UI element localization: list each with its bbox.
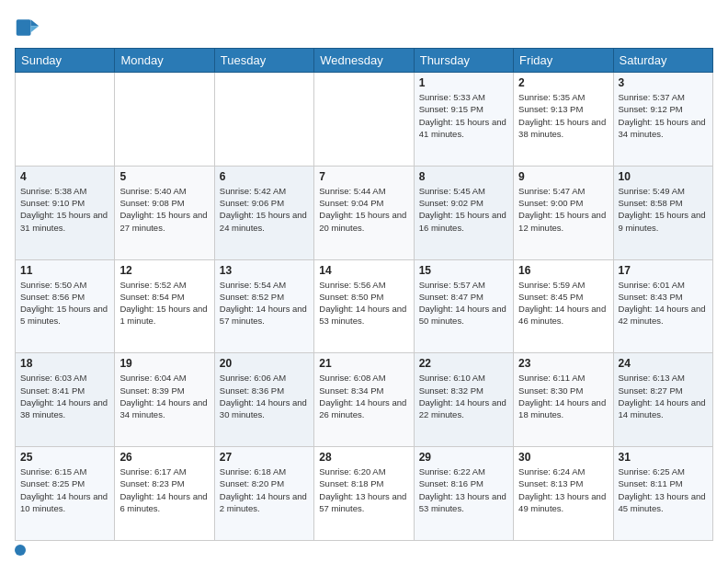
day-number: 1 — [419, 76, 508, 89]
svg-marker-2 — [31, 26, 40, 32]
weekday-header-friday: Friday — [514, 49, 613, 73]
day-number: 25 — [20, 451, 109, 464]
weekday-header-tuesday: Tuesday — [214, 49, 313, 73]
weekday-header-sunday: Sunday — [16, 49, 115, 73]
day-cell: 20Sunrise: 6:06 AM Sunset: 8:36 PM Dayli… — [214, 353, 313, 447]
day-cell: 15Sunrise: 5:57 AM Sunset: 8:47 PM Dayli… — [414, 259, 513, 353]
day-info: Sunrise: 5:52 AM Sunset: 8:54 PM Dayligh… — [119, 279, 209, 327]
footer — [15, 545, 713, 556]
day-info: Sunrise: 6:18 AM Sunset: 8:20 PM Dayligh… — [220, 465, 309, 514]
day-info: Sunrise: 5:59 AM Sunset: 8:45 PM Dayligh… — [518, 279, 608, 327]
day-cell: 30Sunrise: 6:24 AM Sunset: 8:13 PM Dayli… — [514, 447, 613, 541]
week-row-1: 4Sunrise: 5:38 AM Sunset: 9:10 PM Daylig… — [16, 166, 713, 259]
day-number: 28 — [319, 451, 408, 464]
day-info: Sunrise: 6:06 AM Sunset: 8:36 PM Dayligh… — [220, 372, 309, 420]
day-number: 24 — [619, 357, 708, 370]
day-cell — [214, 73, 313, 167]
day-number: 18 — [20, 357, 109, 370]
day-number: 8 — [419, 170, 508, 183]
day-cell: 9Sunrise: 5:47 AM Sunset: 9:00 PM Daylig… — [514, 166, 613, 259]
day-cell: 19Sunrise: 6:04 AM Sunset: 8:39 PM Dayli… — [115, 353, 214, 447]
day-cell — [16, 73, 115, 167]
day-cell: 11Sunrise: 5:50 AM Sunset: 8:56 PM Dayli… — [16, 259, 115, 353]
day-cell: 6Sunrise: 5:42 AM Sunset: 9:06 PM Daylig… — [214, 166, 313, 259]
day-cell: 8Sunrise: 5:45 AM Sunset: 9:02 PM Daylig… — [414, 166, 513, 259]
day-number: 27 — [220, 451, 309, 464]
day-cell: 25Sunrise: 6:15 AM Sunset: 8:25 PM Dayli… — [16, 447, 115, 541]
week-row-2: 11Sunrise: 5:50 AM Sunset: 8:56 PM Dayli… — [16, 259, 713, 353]
day-info: Sunrise: 6:15 AM Sunset: 8:25 PM Dayligh… — [20, 465, 109, 514]
day-info: Sunrise: 5:35 AM Sunset: 9:13 PM Dayligh… — [518, 91, 608, 140]
week-row-3: 18Sunrise: 6:03 AM Sunset: 8:41 PM Dayli… — [16, 353, 713, 447]
day-cell — [314, 73, 414, 167]
day-info: Sunrise: 6:01 AM Sunset: 8:43 PM Dayligh… — [619, 279, 708, 327]
calendar: SundayMondayTuesdayWednesdayThursdayFrid… — [15, 48, 713, 541]
day-number: 10 — [619, 170, 708, 183]
day-cell: 21Sunrise: 6:08 AM Sunset: 8:34 PM Dayli… — [314, 353, 414, 447]
day-info: Sunrise: 5:40 AM Sunset: 9:08 PM Dayligh… — [119, 185, 209, 234]
day-number: 21 — [319, 357, 408, 370]
day-info: Sunrise: 6:20 AM Sunset: 8:18 PM Dayligh… — [319, 465, 408, 514]
weekday-header-row: SundayMondayTuesdayWednesdayThursdayFrid… — [16, 49, 713, 73]
page: SundayMondayTuesdayWednesdayThursdayFrid… — [0, 0, 728, 563]
day-info: Sunrise: 5:56 AM Sunset: 8:50 PM Dayligh… — [319, 279, 408, 327]
header — [15, 15, 713, 40]
day-cell: 12Sunrise: 5:52 AM Sunset: 8:54 PM Dayli… — [115, 259, 214, 353]
day-info: Sunrise: 5:38 AM Sunset: 9:10 PM Dayligh… — [20, 185, 109, 234]
day-info: Sunrise: 5:33 AM Sunset: 9:15 PM Dayligh… — [419, 91, 508, 140]
day-info: Sunrise: 6:13 AM Sunset: 8:27 PM Dayligh… — [619, 372, 708, 420]
day-cell: 17Sunrise: 6:01 AM Sunset: 8:43 PM Dayli… — [613, 259, 712, 353]
day-cell: 14Sunrise: 5:56 AM Sunset: 8:50 PM Dayli… — [314, 259, 414, 353]
svg-rect-0 — [17, 19, 31, 36]
day-info: Sunrise: 6:08 AM Sunset: 8:34 PM Dayligh… — [319, 372, 408, 420]
day-number: 13 — [220, 264, 309, 277]
weekday-header-saturday: Saturday — [613, 49, 712, 73]
day-cell: 4Sunrise: 5:38 AM Sunset: 9:10 PM Daylig… — [16, 166, 115, 259]
day-number: 9 — [518, 170, 608, 183]
day-cell: 18Sunrise: 6:03 AM Sunset: 8:41 PM Dayli… — [16, 353, 115, 447]
week-row-0: 1Sunrise: 5:33 AM Sunset: 9:15 PM Daylig… — [16, 73, 713, 167]
day-number: 17 — [619, 264, 708, 277]
day-number: 19 — [119, 357, 209, 370]
day-cell: 24Sunrise: 6:13 AM Sunset: 8:27 PM Dayli… — [613, 353, 712, 447]
day-number: 20 — [220, 357, 309, 370]
day-cell: 23Sunrise: 6:11 AM Sunset: 8:30 PM Dayli… — [514, 353, 613, 447]
day-info: Sunrise: 6:04 AM Sunset: 8:39 PM Dayligh… — [119, 372, 209, 420]
day-cell: 27Sunrise: 6:18 AM Sunset: 8:20 PM Dayli… — [214, 447, 313, 541]
logo-icon — [15, 15, 40, 40]
day-info: Sunrise: 5:57 AM Sunset: 8:47 PM Dayligh… — [419, 279, 508, 327]
day-cell: 10Sunrise: 5:49 AM Sunset: 8:58 PM Dayli… — [613, 166, 712, 259]
day-info: Sunrise: 5:37 AM Sunset: 9:12 PM Dayligh… — [619, 91, 708, 140]
day-cell: 5Sunrise: 5:40 AM Sunset: 9:08 PM Daylig… — [115, 166, 214, 259]
day-number: 29 — [419, 451, 508, 464]
day-number: 26 — [119, 451, 209, 464]
day-cell: 2Sunrise: 5:35 AM Sunset: 9:13 PM Daylig… — [514, 73, 613, 167]
day-number: 2 — [518, 76, 608, 89]
logo — [15, 15, 44, 40]
day-number: 15 — [419, 264, 508, 277]
day-info: Sunrise: 5:45 AM Sunset: 9:02 PM Dayligh… — [419, 185, 508, 234]
day-number: 30 — [518, 451, 608, 464]
day-number: 14 — [319, 264, 408, 277]
day-cell: 26Sunrise: 6:17 AM Sunset: 8:23 PM Dayli… — [115, 447, 214, 541]
day-cell: 16Sunrise: 5:59 AM Sunset: 8:45 PM Dayli… — [514, 259, 613, 353]
day-cell: 13Sunrise: 5:54 AM Sunset: 8:52 PM Dayli… — [214, 259, 313, 353]
day-info: Sunrise: 6:22 AM Sunset: 8:16 PM Dayligh… — [419, 465, 508, 514]
day-cell: 29Sunrise: 6:22 AM Sunset: 8:16 PM Dayli… — [414, 447, 513, 541]
day-number: 3 — [619, 76, 708, 89]
day-info: Sunrise: 6:25 AM Sunset: 8:11 PM Dayligh… — [619, 465, 708, 514]
day-number: 6 — [220, 170, 309, 183]
day-info: Sunrise: 6:17 AM Sunset: 8:23 PM Dayligh… — [119, 465, 209, 514]
weekday-header-thursday: Thursday — [414, 49, 513, 73]
day-info: Sunrise: 5:47 AM Sunset: 9:00 PM Dayligh… — [518, 185, 608, 234]
day-cell: 31Sunrise: 6:25 AM Sunset: 8:11 PM Dayli… — [613, 447, 712, 541]
day-info: Sunrise: 6:24 AM Sunset: 8:13 PM Dayligh… — [518, 465, 608, 514]
day-number: 11 — [20, 264, 109, 277]
day-info: Sunrise: 5:50 AM Sunset: 8:56 PM Dayligh… — [20, 279, 109, 327]
day-info: Sunrise: 6:03 AM Sunset: 8:41 PM Dayligh… — [20, 372, 109, 420]
day-info: Sunrise: 5:54 AM Sunset: 8:52 PM Dayligh… — [220, 279, 309, 327]
daylight-dot — [15, 545, 26, 556]
day-info: Sunrise: 6:10 AM Sunset: 8:32 PM Dayligh… — [419, 372, 508, 420]
weekday-header-monday: Monday — [115, 49, 214, 73]
day-info: Sunrise: 5:44 AM Sunset: 9:04 PM Dayligh… — [319, 185, 408, 234]
